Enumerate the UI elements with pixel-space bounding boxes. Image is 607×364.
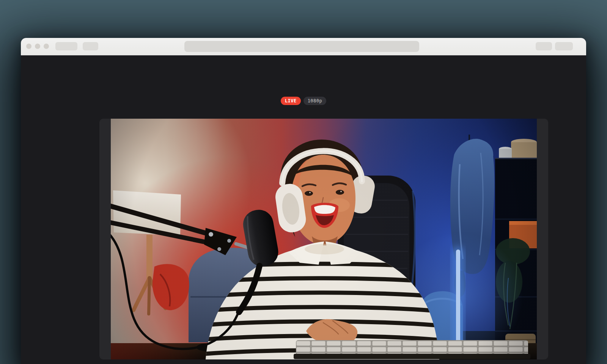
stream-video — [111, 119, 537, 359]
toolbar-placeholder — [555, 42, 573, 50]
stream-status-bar: LIVE 1080p — [21, 97, 586, 105]
window-control-dot[interactable] — [35, 44, 40, 49]
tab-placeholder — [83, 42, 98, 50]
vignette — [111, 119, 537, 359]
webcam-scene — [111, 119, 537, 359]
page: LIVE 1080p — [0, 0, 607, 364]
quality-badge: 1080p — [304, 97, 327, 105]
live-badge: LIVE — [281, 97, 301, 105]
video-panel — [99, 119, 548, 359]
browser-titlebar — [21, 38, 586, 55]
browser-window: LIVE 1080p — [21, 38, 586, 364]
address-bar[interactable] — [184, 41, 419, 52]
window-control-dot[interactable] — [44, 44, 49, 49]
toolbar-placeholder — [536, 42, 552, 50]
tab-placeholder — [55, 42, 77, 50]
window-control-dot[interactable] — [26, 44, 31, 49]
